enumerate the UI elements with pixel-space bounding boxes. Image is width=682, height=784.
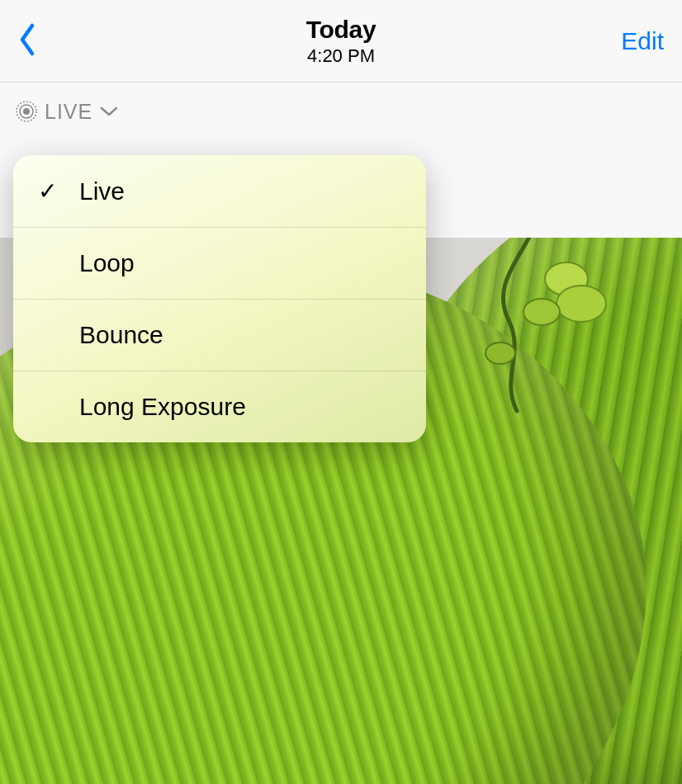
back-button[interactable]	[18, 22, 36, 60]
live-target-icon	[15, 100, 38, 123]
chevron-down-icon	[99, 105, 119, 118]
page-title: Today	[306, 16, 377, 44]
live-badge-row: LIVE	[0, 83, 682, 140]
live-effect-dropdown[interactable]: LIVE	[15, 100, 119, 124]
live-effect-menu: ✓ Live Loop Bounce Long Exposure	[13, 155, 426, 442]
menu-item-label: Live	[79, 177, 125, 205]
menu-item-loop[interactable]: Loop	[13, 227, 426, 299]
chevron-left-icon	[18, 22, 36, 60]
menu-item-label: Loop	[79, 249, 135, 277]
edit-button[interactable]: Edit	[621, 27, 664, 55]
svg-point-5	[523, 299, 560, 325]
menu-item-bounce[interactable]: Bounce	[13, 299, 426, 371]
svg-point-2	[23, 108, 30, 115]
live-badge-label: LIVE	[45, 100, 92, 124]
menu-item-label: Long Exposure	[79, 393, 246, 421]
page-subtitle: 4:20 PM	[306, 45, 377, 67]
menu-item-live[interactable]: ✓ Live	[13, 155, 426, 227]
svg-point-4	[556, 286, 606, 322]
nav-title-group: Today 4:20 PM	[306, 16, 377, 67]
navigation-bar: Today 4:20 PM Edit	[0, 0, 682, 83]
menu-item-long-exposure[interactable]: Long Exposure	[13, 371, 426, 442]
svg-point-6	[485, 342, 515, 364]
checkmark-icon: ✓	[38, 177, 79, 205]
menu-item-label: Bounce	[79, 321, 163, 349]
